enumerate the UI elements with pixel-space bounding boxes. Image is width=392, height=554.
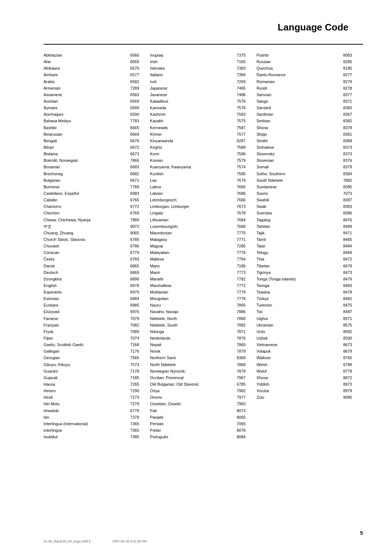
list-item: Sotho; Southern8384: [257, 171, 359, 177]
list-item: Telugu8469: [257, 249, 359, 256]
language-code: 7686: [232, 190, 246, 197]
list-item: Tamil8465: [257, 236, 359, 243]
list-item: Tatar8484: [257, 243, 359, 249]
language-name: Pali: [150, 407, 232, 414]
language-code: 7178: [125, 368, 139, 374]
language-name: Somali: [257, 164, 338, 170]
language-name: Korean: [150, 157, 232, 164]
language-code: 8369: [232, 354, 246, 361]
language-name: Ido: [44, 414, 125, 420]
language-code: 8387: [338, 197, 352, 203]
language-name: Lingala: [150, 210, 232, 216]
list-item: Interlingua (International)7365: [44, 420, 146, 427]
language-name: Hausa: [44, 381, 125, 387]
list-item: Brezhoneg6682: [44, 171, 146, 177]
list-item: Rundi8278: [257, 85, 359, 91]
list-item: Português8084: [150, 434, 253, 440]
list-item: Javanese7486: [150, 91, 253, 98]
language-name: Assamese: [44, 91, 125, 98]
language-code: 7585: [232, 171, 246, 177]
language-name: Kurdish: [150, 171, 232, 177]
list-item: Bashkir6665: [44, 124, 146, 131]
language-name: Shona: [257, 124, 338, 131]
list-item: Navaho; Navajo7886: [150, 308, 253, 315]
language-code: 8673: [338, 341, 352, 348]
language-name: Panjabi: [150, 414, 232, 420]
language-code: 8489: [338, 223, 352, 230]
language-code: 8483: [338, 282, 352, 289]
language-code: 7783: [125, 118, 139, 124]
list-item: Raeto-Romance8277: [257, 71, 359, 78]
language-code: 8368: [338, 138, 352, 144]
language-code: 6589: [125, 104, 139, 111]
list-item: Irish7165: [150, 58, 253, 65]
language-name: Ελληνικά: [44, 308, 125, 315]
list-item: Ndonga7871: [150, 328, 253, 335]
language-code: 7868: [232, 315, 246, 322]
list-item: Persian7065: [150, 420, 253, 427]
list-item: Oromo7977: [150, 394, 253, 401]
language-code: 7575: [232, 118, 246, 124]
list-item: Macedonian7775: [150, 230, 253, 236]
language-code: 6783: [125, 256, 139, 262]
language-name: Tatar: [257, 243, 338, 249]
list-item: Romanian8279: [257, 78, 359, 85]
language-name: Abkhazian: [44, 52, 125, 58]
language-code: 7882: [232, 322, 246, 328]
list-item: Tagalog8476: [257, 217, 359, 223]
language-name: Gikuyu; Kikuyu: [44, 361, 125, 368]
language-code: 8386: [338, 210, 352, 216]
language-code: 6890: [125, 276, 139, 282]
language-code: 7782: [232, 276, 246, 282]
list-item: Hiri Motu7279: [44, 401, 146, 407]
language-code: 6786: [125, 243, 139, 249]
list-item: Türkçe8482: [257, 295, 359, 302]
language-code: 6669: [125, 131, 139, 138]
language-code: 8476: [338, 217, 352, 223]
language-code: 8571: [338, 315, 352, 322]
language-name: Malayalam: [150, 249, 232, 256]
language-code: 6682: [125, 171, 139, 177]
list-item: Nauru7865: [150, 302, 253, 308]
language-name: Inuktitut: [44, 434, 125, 440]
language-code: 7977: [232, 394, 246, 401]
list-item: Íslenska7383: [150, 65, 253, 71]
language-name: Herero: [44, 387, 125, 394]
language-code: 7269: [232, 78, 246, 85]
language-name: Bahasa Melayu: [44, 118, 125, 124]
list-item: Sango8371: [257, 98, 359, 104]
language-name: Khmer: [150, 131, 232, 138]
language-code: 7776: [232, 249, 246, 256]
list-item: Turkmen8475: [257, 302, 359, 308]
list-item: Ossetian; Ossetic7983: [150, 401, 253, 407]
list-item: Afar6565: [44, 58, 146, 65]
language-name: Inupiaq: [150, 52, 232, 58]
language-code: 8065: [232, 414, 246, 420]
list-item: 中文9072: [44, 223, 146, 230]
list-item: Bengali6678: [44, 138, 146, 144]
language-name: Bashkir: [44, 124, 125, 131]
language-name: Navaho; Navajo: [150, 308, 232, 315]
language-name: Kazakh: [150, 118, 232, 124]
language-code: 8472: [338, 256, 352, 262]
list-item: Assamese6583: [44, 91, 146, 98]
language-name: Burmese: [44, 184, 125, 190]
language-name: Yiddish: [257, 381, 338, 387]
list-item: Norsk7879: [150, 348, 253, 354]
list-item: Slovensky8373: [257, 151, 359, 157]
language-name: Swati: [257, 203, 338, 210]
language-code: 7684: [232, 217, 246, 223]
list-item: Gallegan7176: [44, 348, 146, 354]
language-name: Telugu: [257, 249, 338, 256]
language-name: Brezhoneg: [44, 171, 125, 177]
list-item: Corsican6779: [44, 249, 146, 256]
language-code: 7878: [232, 368, 246, 374]
language-name: Chewa; Chichewa; Nyanja: [44, 217, 125, 223]
language-code: 7279: [125, 401, 139, 407]
language-code: 8378: [338, 124, 352, 131]
language-name: Tahitian: [257, 223, 338, 230]
list-item: Bokmål, Norwegian7866: [44, 157, 146, 164]
list-item: Hrwatski6779: [44, 407, 146, 414]
language-code: 7967: [232, 374, 246, 381]
list-item: Letzeburgesch;7666: [150, 197, 253, 203]
